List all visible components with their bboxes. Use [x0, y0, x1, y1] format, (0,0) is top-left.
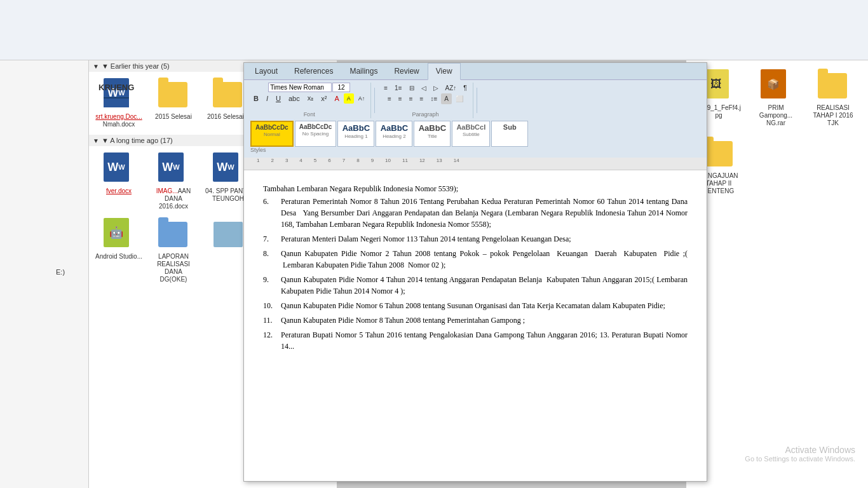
style-sub-button[interactable]: Sub: [491, 121, 528, 147]
folder-icon: [703, 137, 734, 170]
list-item: 11. Qanun Kabupaten Pidie Nomor 8 Tahun …: [263, 315, 688, 326]
numbering-button[interactable]: 1≡: [391, 83, 405, 93]
borders-button[interactable]: ⬜: [452, 93, 466, 104]
section-earlier-label: ▼ Earlier this year (5): [102, 62, 170, 70]
word-app: Layout References Mailings Review View B…: [243, 62, 707, 482]
separator-1: [374, 88, 375, 113]
para-row-1: ≡ 1≡ ⊟ ◁ ▷ AZ↑ ¶: [381, 83, 470, 93]
zip-icon: 📦: [761, 69, 791, 102]
list-item: 9. Qanun Kabupaten Pidie Nomor 4 Tahun 2…: [263, 274, 688, 297]
doc-body[interactable]: Tambahan Lembaran Negara Republik Indone…: [244, 170, 707, 482]
paragraph-group: ≡ 1≡ ⊟ ◁ ▷ AZ↑ ¶ ≡ ≡ ≡ ≡ ↕≡ A ⬜ Paragrap…: [378, 83, 473, 118]
superscript-button[interactable]: x²: [318, 93, 330, 104]
folder-icon: [213, 78, 243, 111]
align-center-button[interactable]: ≡: [395, 93, 405, 104]
list-item[interactable]: 🤖 Android Studio...: [93, 215, 145, 286]
tab-view[interactable]: View: [428, 63, 461, 80]
android-icon: 🤖: [104, 218, 134, 251]
style-heading1-button[interactable]: AaBbC Heading 1: [337, 121, 374, 147]
clear-format-button[interactable]: A↑: [355, 93, 369, 104]
underline-button[interactable]: U: [273, 93, 284, 104]
font-size-input[interactable]: [332, 83, 350, 92]
line-spacing-button[interactable]: ↕≡: [427, 93, 440, 104]
para-row-2: ≡ ≡ ≡ ≡ ↕≡ A ⬜: [384, 93, 466, 104]
tab-references[interactable]: References: [286, 63, 341, 79]
bullets-button[interactable]: ≡: [381, 83, 391, 93]
list-item[interactable]: LAPORANREALISASI DANADG(OKE): [147, 215, 200, 286]
krueng-label: KRUENG: [98, 83, 134, 92]
image-icon: 🖼: [703, 69, 734, 102]
separator-2: [477, 88, 477, 113]
toolbar-row-1: [268, 83, 350, 92]
file-name: LAPORANREALISASI DANADG(OKE): [150, 253, 197, 283]
style-subtitle-button[interactable]: AaBbCcI Subtitle: [452, 121, 490, 147]
ruler-marks: 1 2 3 4 5 6 7 8 9 10 11 12 13 14: [257, 158, 471, 163]
paragraph-label: Paragraph: [412, 111, 438, 118]
font-name-input[interactable]: [268, 83, 332, 92]
right-icons-area: 🖼 2019_1_FeFf4.jpg 📦 PRIM Gampong...NG.r…: [686, 60, 868, 204]
tab-review[interactable]: Review: [386, 63, 427, 79]
bold-button[interactable]: B: [250, 93, 262, 104]
file-name: REALISASITAHAP I 2016 TJK: [810, 104, 857, 127]
styles-row: AaBbCcDc Normal AaBbCcDc No Spacing AaBb…: [250, 121, 528, 147]
explorer-topbar: [0, 0, 868, 60]
ruler: 1 2 3 4 5 6 7 8 9 10 11 12 13 14: [244, 158, 707, 170]
file-name: srt.krueng.Doc...Nmah.docx: [95, 113, 142, 128]
align-right-button[interactable]: ≡: [406, 93, 416, 104]
explorer-right: 🖼 2019_1_FeFf4.jpg 📦 PRIM Gampong...NG.r…: [686, 60, 868, 488]
file-name: PRIM Gampong...NG.rar: [752, 104, 799, 127]
style-title-button[interactable]: AaBbC Title: [414, 121, 451, 147]
list-item: 6. Peraturan Pemerintah Nomor 8 Tahun 20…: [263, 196, 688, 230]
indent-increase-button[interactable]: ▷: [430, 83, 442, 93]
styles-label: Styles: [250, 147, 528, 154]
doc-paragraph: Tambahan Lembaran Negara Republik Indone…: [263, 183, 688, 194]
style-nospacing-button[interactable]: AaBbCcDc No Spacing: [295, 121, 337, 147]
styles-group: AaBbCcDc Normal AaBbCcDc No Spacing AaBb…: [248, 119, 531, 155]
e-label: E:): [56, 268, 65, 276]
section-longtime-label: ▼ A long time ago (17): [102, 137, 173, 144]
list-item[interactable]: 2015 Selesai: [147, 76, 200, 131]
list-item[interactable]: W fver.docx: [93, 150, 145, 213]
list-item: 10. Qanun Kabupaten Pidie Nomor 6 Tahun …: [263, 300, 688, 311]
multi-list-button[interactable]: ⊟: [406, 83, 417, 93]
justify-button[interactable]: ≡: [417, 93, 427, 104]
folder-icon: [158, 78, 189, 111]
word-icon: W: [158, 152, 189, 186]
font-color-button[interactable]: A: [331, 93, 342, 104]
font-label: Font: [304, 111, 315, 118]
show-marks-button[interactable]: ¶: [460, 83, 470, 93]
folder-icon: [818, 69, 848, 102]
highlight-button[interactable]: A: [344, 93, 354, 104]
align-left-button[interactable]: ≡: [384, 93, 395, 104]
arrow-icon: ▼: [93, 63, 99, 70]
ribbon-tabs: Layout References Mailings Review View: [244, 63, 707, 80]
tab-layout[interactable]: Layout: [247, 63, 286, 79]
toolbar-row-2: B I U abc x₂ x² A A A↑: [250, 92, 368, 104]
tab-mailings[interactable]: Mailings: [341, 63, 386, 79]
list-item[interactable]: 📦 PRIM Gampong...NG.rar: [750, 67, 802, 130]
subscript-button[interactable]: x₂: [304, 92, 317, 104]
list-item: 7. Peraturan Menteri Dalam Negeri Nomor …: [263, 233, 688, 245]
style-heading2-button[interactable]: AaBbC Heading 2: [376, 121, 412, 147]
style-normal-button[interactable]: AaBbCcDc Normal: [250, 121, 294, 147]
font-group: B I U abc x₂ x² A A A↑ Font: [248, 83, 371, 118]
file-name: Android Studio...: [95, 253, 142, 261]
shading-button[interactable]: A: [441, 93, 452, 104]
strikethrough-button[interactable]: abc: [285, 93, 303, 104]
folder-blue-icon: [158, 218, 189, 251]
word-icon: W: [104, 152, 134, 186]
file-name: 2015 Selesai: [155, 113, 192, 121]
list-item[interactable]: REALISASITAHAP I 2016 TJK: [807, 67, 859, 130]
italic-button[interactable]: I: [263, 93, 271, 104]
word-icon: W: [213, 152, 243, 186]
list-item[interactable]: W IMAG...AANDANA 2016.docx: [147, 150, 200, 213]
arrow-icon: ▼: [93, 137, 99, 144]
ribbon-toolbar: B I U abc x₂ x² A A A↑ Font ≡ 1≡ ⊟ ◁ ▷ A…: [244, 80, 707, 158]
list-item: 8. Qanun Kabupaten Pidie Nomor 2 Tahun 2…: [263, 248, 688, 271]
file-name: IMAG...AANDANA 2016.docx: [150, 187, 197, 210]
explorer-sidebar: [0, 60, 89, 488]
file-name: fver.docx: [106, 187, 132, 195]
sort-button[interactable]: AZ↑: [442, 83, 460, 93]
list-item: 12. Peraturan Bupati Nomor 5 Tahun 2016 …: [263, 329, 688, 352]
indent-decrease-button[interactable]: ◁: [418, 83, 430, 93]
